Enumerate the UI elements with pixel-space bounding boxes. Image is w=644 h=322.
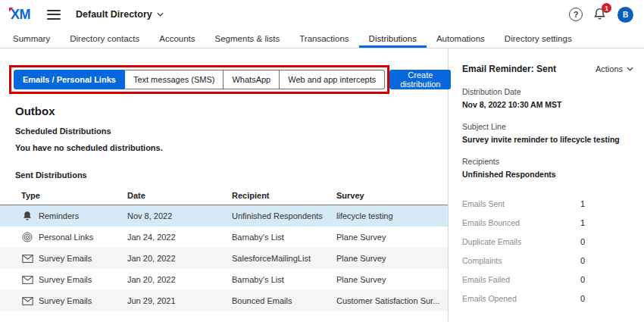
- row-recipient: Barnaby's List: [232, 275, 336, 284]
- distribution-details-panel: Email Reminder: Sent Actions Distributio…: [449, 48, 644, 322]
- row-date: Jun 29, 2021: [127, 296, 232, 305]
- outbox-title: Outbox: [15, 105, 448, 117]
- channel-tab-whatsapp[interactable]: WhatsApp: [224, 70, 280, 89]
- stat-complaints: Complaints 0: [462, 251, 585, 270]
- distributions-pane: Emails / Personal Links Text messages (S…: [0, 48, 449, 322]
- envelope-icon: [21, 255, 33, 263]
- column-header-type: Type: [21, 191, 127, 200]
- tab-accounts[interactable]: Accounts: [149, 29, 205, 48]
- sent-distributions-heading: Sent Distributions: [15, 170, 448, 180]
- tab-transactions[interactable]: Transactions: [289, 29, 358, 48]
- row-date: Nov 8, 2022: [127, 211, 232, 220]
- stat-value: 0: [580, 256, 585, 265]
- personal-links-icon: [21, 232, 33, 242]
- row-type: Survey Emails: [39, 296, 92, 305]
- chevron-down-icon: [157, 12, 164, 17]
- table-row[interactable]: Personal Links Jan 24, 2022 Barnaby's Li…: [0, 227, 448, 248]
- field-label-distribution-date: Distribution Date: [462, 87, 633, 96]
- stat-value: 0: [580, 275, 585, 284]
- tab-distributions[interactable]: Distributions: [359, 29, 427, 48]
- stat-value: 0: [580, 294, 585, 303]
- row-recipient: Bounced Emails: [232, 296, 336, 305]
- row-recipient: SalesforceMailingList: [232, 254, 336, 263]
- column-header-survey: Survey: [336, 191, 448, 200]
- email-stats-list: Emails Sent 1 Emails Bounced 1 Duplicate…: [462, 194, 585, 308]
- channel-tab-sms[interactable]: Text messages (SMS): [125, 70, 224, 89]
- stat-emails-sent: Emails Sent 1: [462, 194, 585, 213]
- table-row[interactable]: Survey Emails Jan 20, 2022 Barnaby's Lis…: [0, 269, 448, 290]
- stat-value: 0: [580, 237, 585, 246]
- row-survey: Plane Survey: [336, 275, 448, 284]
- avatar-initial: B: [623, 11, 628, 19]
- table-row[interactable]: Survey Emails Jan 20, 2022 SalesforceMai…: [0, 248, 448, 269]
- help-glyph: ?: [574, 10, 579, 19]
- xm-logo: XM: [11, 7, 30, 23]
- table-header-row: Type Date Recipient Survey: [0, 186, 448, 205]
- stat-label: Emails Failed: [462, 275, 510, 284]
- row-date: Jan 20, 2022: [127, 275, 232, 284]
- top-bar: XM Default Directory ? 1 B: [0, 0, 644, 29]
- scheduled-distributions-heading: Scheduled Distributions: [15, 127, 448, 136]
- scheduled-empty-text: You have no scheduled distributions.: [15, 143, 448, 152]
- stat-duplicate-emails: Duplicate Emails 0: [462, 232, 585, 251]
- tab-summary[interactable]: Summary: [3, 29, 60, 48]
- tab-directory-settings[interactable]: Directory settings: [495, 29, 582, 48]
- field-label-recipients: Recipients: [462, 157, 633, 166]
- stat-label: Duplicate Emails: [462, 237, 521, 246]
- details-title: Email Reminder: Sent: [462, 64, 556, 74]
- stat-emails-bounced: Emails Bounced 1: [462, 213, 585, 232]
- column-header-recipient: Recipient: [232, 191, 336, 200]
- row-type: Survey Emails: [39, 254, 92, 263]
- notifications-button[interactable]: 1: [593, 8, 607, 21]
- stat-value: 1: [580, 218, 585, 227]
- bell-icon: [21, 211, 33, 221]
- hamburger-menu-icon[interactable]: [47, 10, 61, 20]
- row-date: Jan 24, 2022: [127, 233, 232, 242]
- stat-value: 1: [580, 199, 585, 208]
- primary-nav: Summary Directory contacts Accounts Segm…: [0, 29, 644, 48]
- field-label-subject-line: Subject Line: [462, 122, 633, 131]
- notification-badge: 1: [602, 3, 611, 13]
- row-type: Personal Links: [39, 233, 93, 242]
- row-type: Survey Emails: [39, 275, 92, 284]
- row-type: Reminders: [39, 211, 79, 220]
- field-value-recipients: Unfinished Respondents: [462, 170, 633, 179]
- stat-label: Complaints: [462, 256, 502, 265]
- actions-dropdown[interactable]: Actions: [596, 64, 633, 73]
- row-recipient: Unfinished Respondents: [232, 211, 336, 220]
- stat-emails-failed: Emails Failed 0: [462, 270, 585, 289]
- channel-toolbar: Emails / Personal Links Text messages (S…: [0, 48, 448, 94]
- help-icon[interactable]: ?: [569, 8, 583, 21]
- column-header-date: Date: [127, 191, 232, 200]
- stat-label: Emails Sent: [462, 199, 505, 208]
- avatar[interactable]: B: [617, 7, 633, 23]
- sent-distributions-table: Type Date Recipient Survey Reminders Nov…: [0, 186, 448, 311]
- directory-selector-label: Default Directory: [76, 9, 152, 20]
- channel-tab-group: Emails / Personal Links Text messages (S…: [14, 70, 385, 89]
- row-survey: Plane Survey: [336, 233, 448, 242]
- directory-selector[interactable]: Default Directory: [76, 9, 164, 20]
- table-row[interactable]: Survey Emails Jun 29, 2021 Bounced Email…: [0, 290, 448, 311]
- field-value-distribution-date: Nov 8, 2022 10:30 AM MST: [462, 100, 633, 109]
- stat-label: Emails Bounced: [462, 218, 520, 227]
- row-survey: lifecycle testing: [336, 211, 448, 220]
- red-annotation-box: Emails / Personal Links Text messages (S…: [9, 65, 389, 94]
- create-distribution-button[interactable]: Create distribution: [389, 70, 451, 89]
- stat-label: Emails Opened: [462, 294, 517, 303]
- actions-label: Actions: [596, 64, 623, 73]
- channel-tab-emails-personal-links[interactable]: Emails / Personal Links: [14, 70, 125, 89]
- row-recipient: Barnaby's List: [232, 233, 336, 242]
- tab-automations[interactable]: Automations: [427, 29, 495, 48]
- table-row[interactable]: Reminders Nov 8, 2022 Unfinished Respond…: [0, 205, 448, 227]
- channel-tab-web-app-intercepts[interactable]: Web and app intercepts: [280, 70, 385, 89]
- stat-emails-opened: Emails Opened 0: [462, 289, 585, 308]
- tab-segments-lists[interactable]: Segments & lists: [205, 29, 290, 48]
- row-survey: Plane Survey: [336, 254, 448, 263]
- envelope-icon: [21, 276, 33, 284]
- envelope-icon: [21, 297, 33, 305]
- row-survey: Customer Satisfaction Sur...: [336, 296, 448, 305]
- row-date: Jan 20, 2022: [127, 254, 232, 263]
- outbox-section: Outbox Scheduled Distributions You have …: [0, 105, 448, 311]
- chevron-down-icon: [627, 67, 633, 71]
- tab-directory-contacts[interactable]: Directory contacts: [60, 29, 149, 48]
